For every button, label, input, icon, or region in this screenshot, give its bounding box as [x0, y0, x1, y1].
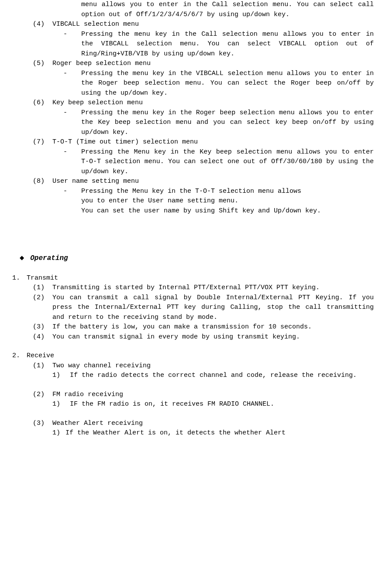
inner-number: 1) [52, 371, 70, 381]
continuation-text: You can set the user name by using Shift… [81, 206, 374, 216]
sub-number: (2) [33, 390, 52, 400]
dash-bullet: - Pressing the menu key in the VIBCALL s… [63, 69, 374, 99]
item-number: (4) [33, 20, 52, 30]
inner-number: 1) [52, 428, 65, 438]
diamond-icon: ◆ [20, 253, 24, 264]
menu-item-5: (5) Roger beep selection menu [33, 59, 374, 69]
sub-text: Transmitting is started by Internal PTT/… [52, 283, 374, 293]
item-title: VIBCALL selection menu [52, 20, 374, 30]
inner-text: IF the FM radio is on, it receives FM RA… [70, 400, 374, 410]
sub-text: You can transmit signal in every mode by… [52, 332, 374, 342]
inner-number: 1) [52, 400, 70, 410]
inner-text: If the radio detects the correct channel… [70, 371, 374, 381]
dash-bullet: - Pressing the Menu key in the T-O-T sel… [63, 187, 374, 197]
item-number: (6) [33, 98, 52, 108]
spacer [12, 381, 374, 390]
sub-item: (2) FM radio receiving [33, 390, 374, 400]
continuation-text: menu allows you to enter in the Call sel… [81, 0, 374, 20]
spacer [12, 216, 374, 253]
dash-text: Pressing the menu key in the VIBCALL sel… [81, 69, 374, 99]
dash-text: Pressing the Menu key in the T-O-T selec… [81, 187, 375, 197]
sub-title: Two way channel receiving [52, 361, 374, 371]
menu-item-8: (8) User name setting menu [33, 177, 374, 187]
dash-mark: - [63, 30, 81, 59]
sub-number: (1) [33, 361, 52, 371]
item-number: (8) [33, 177, 52, 187]
sub-text: If the battery is low, you can make a tr… [52, 322, 374, 332]
sub-item: (3) Weather Alert receiving [33, 419, 374, 429]
sub-item: (4) You can transmit signal in every mod… [33, 332, 374, 342]
section-number: 2. [12, 351, 27, 361]
dash-text: Pressing the menu key in the Roger beep … [81, 108, 374, 138]
dash-bullet: - Pressing the Menu key in the Key beep … [63, 147, 374, 177]
sub-number: (2) [33, 293, 52, 323]
sub-item: (3) If the battery is low, you can make … [33, 322, 374, 332]
sub-title: Weather Alert receiving [52, 419, 374, 429]
sub-text: You can transmit a call signal by Double… [52, 293, 374, 323]
menu-item-7: (7) T-O-T (Time out timer) selection men… [33, 137, 374, 147]
sub-title: FM radio receiving [52, 390, 374, 400]
section-2: 2. Receive [12, 351, 374, 361]
menu-item-6: (6) Key beep selection menu [33, 98, 374, 108]
spacer [12, 410, 374, 419]
dash-mark: - [63, 69, 81, 99]
inner-text: If the Weather Alert is on, it detects t… [65, 428, 374, 438]
inner-item: 1) If the radio detects the correct chan… [52, 371, 374, 381]
operating-heading: ◆ Operating [20, 253, 374, 264]
sub-number: (4) [33, 332, 52, 342]
item-title: User name setting menu [52, 177, 374, 187]
item-title: T-O-T (Time out timer) selection menu [52, 137, 374, 147]
document-page: menu allows you to enter in the Call sel… [0, 0, 386, 447]
sub-item: (1) Transmitting is started by Internal … [33, 283, 374, 293]
sub-item: (1) Two way channel receiving [33, 361, 374, 371]
dash-bullet: - Pressing the menu key in the Roger bee… [63, 108, 374, 138]
sub-number: (3) [33, 419, 52, 429]
item-number: (5) [33, 59, 52, 69]
section-title: Receive [27, 351, 54, 361]
section-1: 1. Transmit [12, 273, 374, 284]
section-title: Transmit [27, 273, 58, 284]
dash-text: Pressing the menu key in the Call select… [81, 30, 374, 59]
inner-item: 1) If the Weather Alert is on, it detect… [52, 428, 374, 438]
sub-item: (2) You can transmit a call signal by Do… [33, 293, 374, 323]
dash-bullet: - Pressing the menu key in the Call sele… [63, 30, 374, 59]
sub-number: (1) [33, 283, 52, 293]
item-title: Roger beep selection menu [52, 59, 374, 69]
continuation-text: you to enter the User name setting menu. [81, 196, 374, 206]
item-title: Key beep selection menu [52, 98, 374, 108]
dash-mark: - [63, 108, 81, 138]
dash-mark: - [63, 147, 81, 177]
inner-item: 1) IF the FM radio is on, it receives FM… [52, 400, 374, 410]
menu-item-4: (4) VIBCALL selection menu [33, 20, 374, 30]
item-number: (7) [33, 137, 52, 147]
sub-number: (3) [33, 322, 52, 332]
dash-text: Pressing the Menu key in the Key beep se… [81, 147, 374, 177]
section-number: 1. [12, 273, 27, 284]
heading-title: Operating [30, 253, 68, 263]
spacer [12, 342, 374, 351]
dash-mark: - [63, 187, 81, 197]
